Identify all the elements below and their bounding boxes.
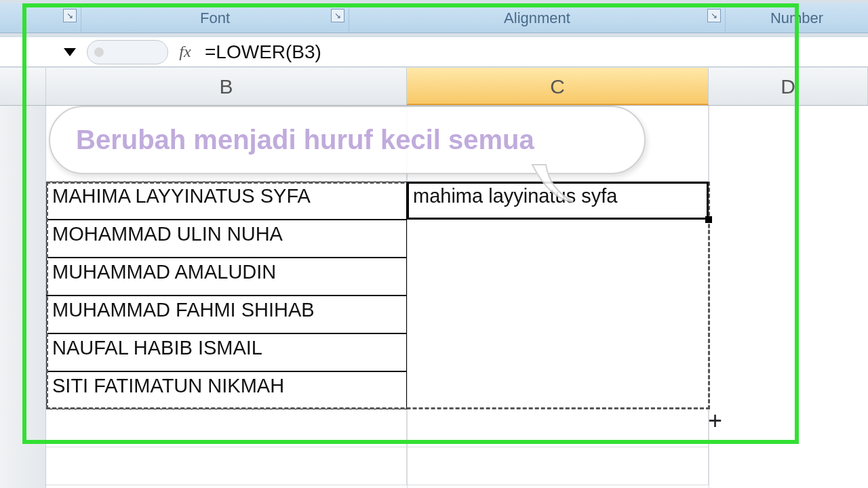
cell-b6[interactable]: MUHAMMAD FAHMI SHIHAB <box>46 296 407 333</box>
ribbon-group-label: Number <box>770 9 823 26</box>
cell-c10[interactable] <box>407 447 709 485</box>
column-header-b[interactable]: B <box>46 68 407 105</box>
cancel-icon[interactable] <box>94 47 104 57</box>
svg-marker-0 <box>64 48 76 56</box>
fill-cursor-icon: + <box>708 407 722 435</box>
cell-c4[interactable] <box>407 220 709 258</box>
cell-b9[interactable] <box>46 409 407 447</box>
column-header-d[interactable]: D <box>709 68 868 105</box>
cell-c9[interactable] <box>407 409 709 447</box>
ribbon-group-label: Alignment <box>504 9 570 26</box>
row-headers[interactable] <box>0 106 46 488</box>
formula-bar: fx =LOWER(B3) <box>0 37 868 67</box>
ribbon-group-label: Font <box>200 9 230 26</box>
cell-b5[interactable]: MUHAMMAD AMALUDIN <box>46 258 407 296</box>
cell-c7[interactable] <box>407 333 709 371</box>
column-headers: B C D <box>0 68 868 106</box>
ribbon-group-font: Font ↘ <box>81 3 349 33</box>
formula-input[interactable]: =LOWER(B3) <box>199 39 868 66</box>
fx-icon[interactable]: fx <box>171 43 199 61</box>
cell-c8[interactable] <box>407 371 709 409</box>
ribbon-group-clipboard: ↘ <box>0 3 81 33</box>
dialog-launcher-icon[interactable]: ↘ <box>707 9 721 22</box>
callout-text: Berubah menjadi huruf kecil semua <box>76 125 534 155</box>
ribbon-group-alignment: Alignment ↘ <box>349 3 726 33</box>
formula-edit-controls <box>87 40 168 64</box>
column-header-c[interactable]: C <box>407 68 709 105</box>
ribbon-group-number: Number <box>726 3 868 33</box>
cell-b7[interactable]: NAUFAL HABIB ISMAIL <box>46 333 407 371</box>
cell-b4[interactable]: MOHAMMAD ULIN NUHA <box>46 220 407 258</box>
select-all-corner[interactable] <box>0 68 46 105</box>
callout-tail-icon <box>529 165 570 199</box>
dialog-launcher-icon[interactable]: ↘ <box>63 9 77 22</box>
cell-b10[interactable] <box>46 447 407 485</box>
cell-b3[interactable]: MAHIMA LAYYINATUS SYFA <box>46 182 407 220</box>
dialog-launcher-icon[interactable]: ↘ <box>331 9 344 22</box>
gridline <box>709 106 709 488</box>
cell-c6[interactable] <box>407 296 709 333</box>
cell-c5[interactable] <box>407 258 709 296</box>
namebox-dropdown[interactable] <box>58 37 81 67</box>
ribbon-groups: ↘ Font ↘ Alignment ↘ Number <box>0 3 868 33</box>
cell-b8[interactable]: SITI FATIMATUN NIKMAH <box>46 371 407 409</box>
annotation-callout: Berubah menjadi huruf kecil semua <box>49 106 646 174</box>
